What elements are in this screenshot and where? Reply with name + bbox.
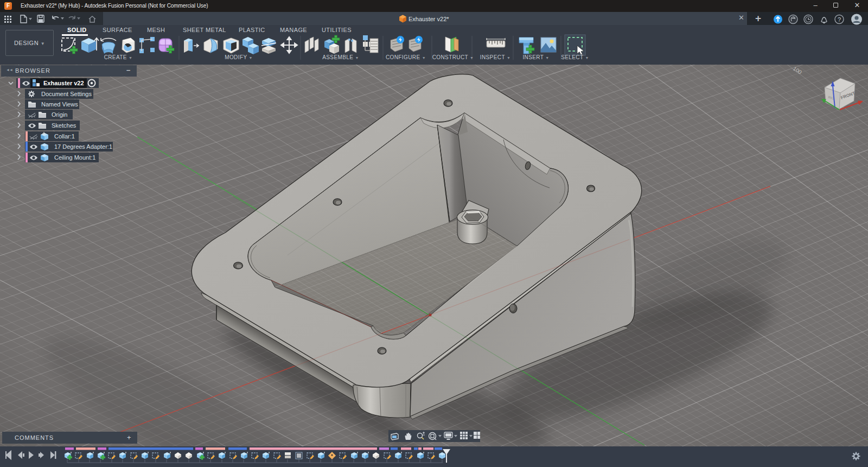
svg-text:Named Views: Named Views <box>41 101 78 108</box>
svg-text:?: ? <box>838 16 841 23</box>
svg-text:Exhauster v22: Exhauster v22 <box>43 80 84 86</box>
svg-text:Ceiling Mount:1: Ceiling Mount:1 <box>54 154 95 161</box>
svg-text:17 Degrees Adapter:1: 17 Degrees Adapter:1 <box>54 143 112 150</box>
svg-text:Document Settings: Document Settings <box>41 91 92 97</box>
svg-text:Sketches: Sketches <box>52 122 76 129</box>
svg-text:Collar:1: Collar:1 <box>54 133 75 140</box>
svg-text:Origin: Origin <box>52 111 67 118</box>
